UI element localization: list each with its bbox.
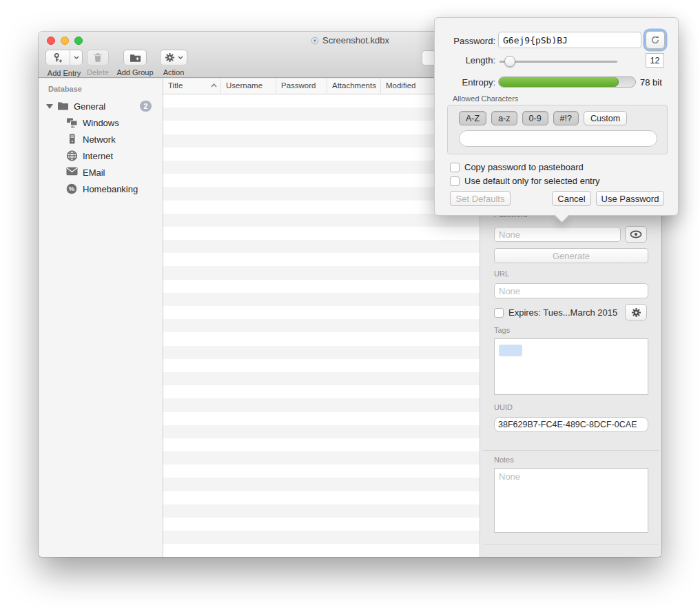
table-row-stripe: [163, 240, 480, 253]
sidebar-item-label: Homebanking: [83, 184, 138, 194]
char-toggle-az[interactable]: a-z: [491, 111, 517, 125]
expires-checkbox[interactable]: [494, 308, 504, 318]
char-toggle-custom[interactable]: Custom: [584, 111, 627, 125]
table-row-stripe: [163, 398, 480, 411]
toolbar-group-add-entry: Add Entry: [44, 50, 84, 77]
column-header-password[interactable]: Password: [276, 79, 327, 94]
disclosure-triangle-icon[interactable]: [46, 104, 53, 109]
toolbar-group-add-group: Add Group: [113, 50, 157, 76]
table-row-stripe: [163, 425, 480, 438]
table-row-stripe: [163, 227, 480, 240]
popover-entropy-label: Entropy:: [435, 77, 495, 88]
default-for-entry-label: Use default only for selected entry: [464, 176, 600, 186]
generate-button[interactable]: Generate: [494, 248, 648, 263]
email-icon: [66, 167, 78, 178]
tags-box[interactable]: [494, 338, 648, 395]
sidebar-item-email[interactable]: EMail: [39, 164, 163, 181]
folder-icon: [57, 101, 69, 112]
chevron-down-icon: [178, 56, 183, 59]
action-button[interactable]: [160, 50, 187, 65]
chevron-down-icon: [74, 56, 79, 59]
sidebar-item-label: Windows: [83, 118, 119, 128]
char-toggle-09[interactable]: 0-9: [522, 111, 548, 125]
char-toggle-[interactable]: #!?: [553, 111, 579, 125]
column-header-attachments[interactable]: Attachments: [327, 79, 381, 94]
add-entry-dropdown[interactable]: [70, 50, 82, 65]
sidebar-item-internet[interactable]: Internet: [39, 147, 163, 164]
entry-count-badge: 2: [140, 101, 152, 112]
column-header-username[interactable]: Username: [221, 79, 276, 94]
sidebar: Database General 2 WindowsNetworkInterne…: [39, 79, 163, 557]
table-row-stripe: [163, 134, 480, 147]
folder-plus-icon: [130, 53, 141, 63]
table-row-stripe: [163, 319, 480, 332]
entropy-fill: [499, 77, 619, 87]
generated-password-input[interactable]: [498, 32, 641, 48]
sidebar-section-header: Database: [48, 85, 82, 93]
expires-settings-button[interactable]: [625, 304, 647, 320]
char-toggle-az[interactable]: A-Z: [459, 111, 486, 125]
table-row-stripe: [163, 108, 480, 121]
password-input[interactable]: [494, 227, 621, 242]
toolbar-group-delete: Delete: [84, 50, 112, 76]
tags-section-label: Tags: [494, 326, 510, 334]
network-icon: [66, 134, 78, 145]
default-for-entry-checkbox[interactable]: [450, 176, 460, 186]
table-row-stripe: [163, 478, 480, 491]
length-slider[interactable]: [500, 61, 617, 63]
table-row-stripe: [163, 280, 480, 293]
windows-icon: [66, 117, 78, 129]
table-row-stripe: [163, 293, 480, 306]
length-value[interactable]: 12: [646, 53, 664, 68]
action-label: Action: [157, 68, 190, 76]
table-row-stripe: [163, 214, 480, 227]
url-section-label: URL: [494, 269, 509, 278]
add-entry-label: Add Entry: [44, 69, 84, 77]
svg-text:%: %: [69, 185, 75, 192]
desktop: Screenshot.kdbx Add Entry Dele: [0, 0, 700, 612]
expires-label: Expires: Tues...March 2015: [508, 307, 617, 318]
sidebar-item-network[interactable]: Network: [39, 131, 163, 147]
reveal-password-button[interactable]: [625, 226, 647, 243]
sidebar-item-homebanking[interactable]: %Homebanking: [39, 181, 163, 197]
table-row-stripe: [163, 306, 480, 319]
divider: [483, 544, 659, 544]
sidebar-item-label: Network: [83, 134, 116, 145]
column-header-title[interactable]: Title: [163, 79, 221, 94]
internet-icon: [66, 150, 78, 162]
delete-label: Delete: [84, 68, 112, 76]
sort-ascending-icon: [211, 83, 217, 88]
table-row-stripe: [163, 187, 480, 200]
delete-button[interactable]: [87, 50, 109, 65]
sidebar-item-windows[interactable]: Windows: [39, 114, 163, 131]
notes-section-label: Notes: [494, 456, 514, 464]
copy-to-pasteboard-label: Copy password to pasteboard: [464, 162, 584, 172]
table-row-stripe: [163, 94, 480, 108]
add-entry-button[interactable]: [45, 50, 83, 65]
table-row-stripe: [163, 504, 480, 518]
eye-icon: [630, 230, 642, 238]
use-password-button[interactable]: Use Password: [596, 191, 664, 206]
add-group-label: Add Group: [113, 68, 157, 76]
copy-to-pasteboard-checkbox[interactable]: [450, 163, 460, 172]
tag-token[interactable]: [499, 345, 522, 356]
table-row-stripe: [163, 147, 480, 161]
notes-textarea[interactable]: [494, 468, 648, 533]
regenerate-button[interactable]: [646, 31, 665, 49]
entropy-bits: 78 bit: [640, 77, 662, 88]
set-defaults-button[interactable]: Set Defaults: [450, 191, 511, 206]
table-row-stripe: [163, 121, 480, 134]
homebanking-icon: %: [66, 183, 78, 195]
url-input[interactable]: [494, 283, 648, 298]
uuid-field[interactable]: [494, 417, 648, 432]
add-group-button[interactable]: [123, 50, 147, 65]
custom-characters-input[interactable]: [459, 130, 657, 147]
entry-table: TitleUsernamePasswordAttachmentsModified: [163, 79, 480, 557]
sidebar-item-general[interactable]: General 2: [39, 98, 163, 114]
gear-icon: [165, 52, 175, 63]
table-row-stripe: [163, 385, 480, 398]
password-generator-popover: Password: Length: 12 Entropy: 78 bit All…: [434, 17, 679, 216]
key-plus-icon: [46, 50, 70, 65]
cancel-button[interactable]: Cancel: [552, 191, 591, 206]
length-slider-thumb[interactable]: [504, 56, 515, 67]
